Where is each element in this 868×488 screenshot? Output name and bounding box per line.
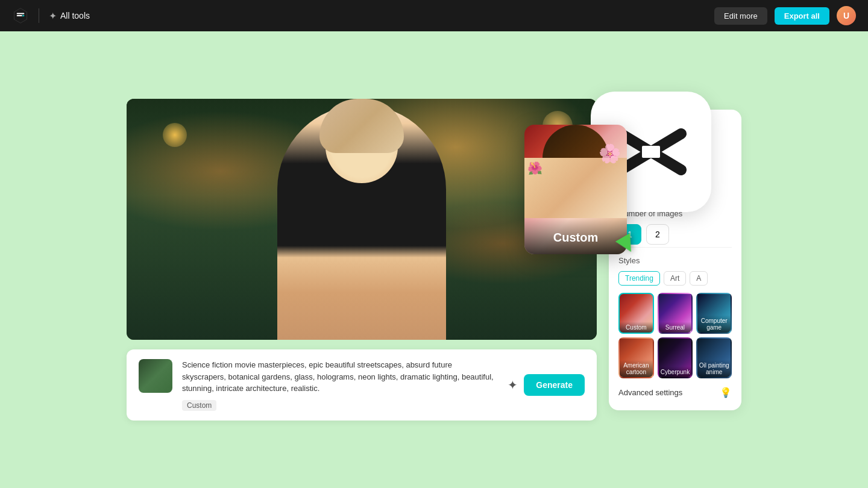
styles-label: Styles [618, 256, 732, 265]
all-tools-label: All tools [60, 11, 90, 20]
style-card-cyberpunk[interactable]: Cyberpunk [658, 337, 693, 378]
num-images-2-button[interactable]: 2 [646, 224, 669, 245]
styles-grid: Custom Surreal Computer game American ca… [618, 293, 732, 378]
svg-rect-0 [642, 146, 660, 158]
thumbnail-image [139, 359, 172, 393]
edit-more-button[interactable]: Edit more [714, 7, 767, 25]
prompt-style-tag[interactable]: Custom [182, 400, 216, 411]
bulb-icon: 💡 [720, 387, 732, 398]
custom-style-popup: 🌸 🌺 Custom [524, 125, 627, 254]
custom-popup-label: Custom [524, 219, 627, 254]
style-label-surreal: Surreal [659, 322, 692, 333]
style-label-cyberpunk: Cyberpunk [659, 366, 692, 377]
style-label-computer-game: Computer game [697, 315, 731, 333]
advanced-settings-label: Advanced settings [618, 388, 682, 397]
style-tab-trending[interactable]: Trending [618, 271, 660, 286]
style-tabs: Trending Art A [618, 271, 732, 286]
popup-decoration-2: 🌺 [527, 161, 542, 175]
style-tab-more[interactable]: A [690, 271, 708, 286]
avatar[interactable]: U [837, 6, 856, 25]
logo[interactable] [12, 7, 29, 24]
style-card-oil-painting[interactable]: Oil painting anime [696, 337, 732, 378]
prompt-bar: Science fiction movie masterpieces, epic… [127, 349, 597, 421]
style-card-surreal[interactable]: Surreal [658, 293, 693, 334]
style-label-oil-painting: Oil painting anime [697, 360, 731, 377]
generate-button[interactable]: Generate [524, 374, 585, 396]
style-card-custom[interactable]: Custom [618, 293, 654, 334]
top-navigation: ✦ All tools Edit more Export all U [0, 0, 868, 31]
style-label-custom: Custom [620, 322, 653, 333]
style-card-american-cartoon[interactable]: American cartoon [618, 337, 654, 378]
capcut-logo-icon [12, 7, 29, 24]
bokeh-light-1 [163, 123, 187, 147]
nav-divider [39, 8, 39, 23]
popup-decoration-1: 🌸 [599, 143, 621, 164]
advanced-settings[interactable]: Advanced settings 💡 [618, 387, 732, 398]
all-tools-button[interactable]: ✦ All tools [49, 10, 90, 22]
prompt-thumbnail [139, 359, 172, 393]
style-label-american-cartoon: American cartoon [620, 360, 653, 377]
main-content: Science fiction movie masterpieces, epic… [0, 31, 868, 488]
enhance-button[interactable]: ✦ [508, 378, 518, 392]
wand-icon: ✦ [49, 10, 57, 22]
num-images-buttons: 1 2 [618, 224, 732, 245]
prompt-text-area: Science fiction movie masterpieces, epic… [182, 359, 498, 411]
export-all-button[interactable]: Export all [775, 7, 829, 25]
style-tab-art[interactable]: Art [664, 271, 686, 286]
prompt-actions: ✦ Generate [508, 374, 585, 396]
style-card-computer-game[interactable]: Computer game [696, 293, 732, 334]
topnav-right: Edit more Export all U [714, 6, 856, 25]
prompt-text: Science fiction movie masterpieces, epic… [182, 359, 498, 395]
